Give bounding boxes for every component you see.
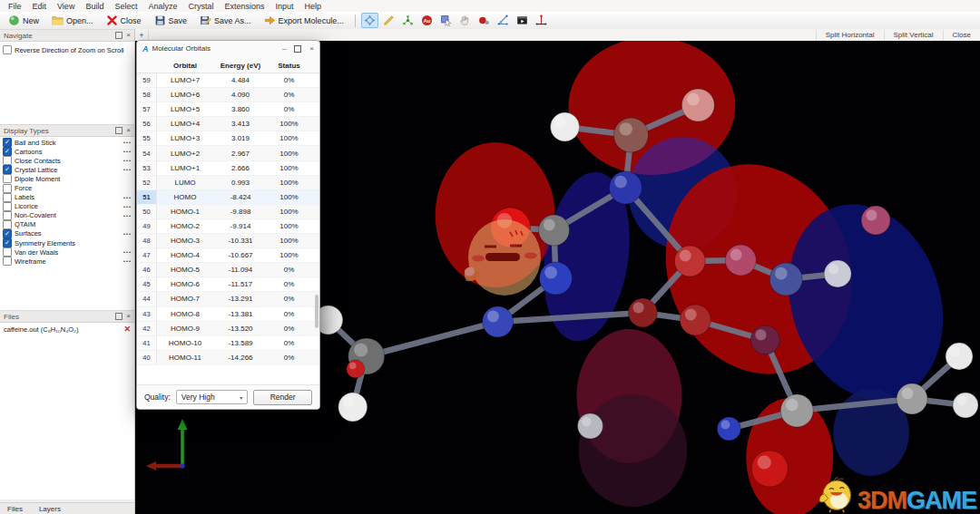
- export-molecule-button[interactable]: Export Molecule...: [258, 13, 350, 28]
- animation-tool-button[interactable]: [514, 13, 531, 28]
- checkbox[interactable]: [3, 202, 12, 211]
- undock-icon[interactable]: [115, 32, 122, 39]
- scrollbar-thumb[interactable]: [315, 295, 318, 329]
- orbital-row[interactable]: 52LUMO0.993100%: [137, 176, 319, 190]
- orbital-row[interactable]: 47HOMO-4-10.667100%: [137, 248, 319, 263]
- checkbox[interactable]: [3, 184, 12, 193]
- options-dots-icon[interactable]: •••: [123, 249, 132, 255]
- display-type-wireframe[interactable]: Wireframe•••: [0, 257, 134, 266]
- menu-build[interactable]: Build: [80, 2, 109, 11]
- checkbox[interactable]: [3, 220, 12, 229]
- orbital-row[interactable]: 50HOMO-1-9.898100%: [137, 205, 319, 219]
- dialog-title-bar[interactable]: A Molecular Orbitals – ×: [137, 41, 319, 56]
- remove-file-icon[interactable]: ✕: [123, 325, 131, 334]
- checkbox[interactable]: ✓: [3, 165, 12, 174]
- display-type-surfaces[interactable]: ✓Surfaces•••: [0, 229, 134, 238]
- menu-help[interactable]: Help: [299, 2, 328, 11]
- orbital-row[interactable]: 43HOMO-8-13.3810%: [137, 307, 319, 322]
- undock-icon[interactable]: [115, 313, 122, 320]
- open-button[interactable]: Open...: [45, 13, 100, 28]
- tab-files[interactable]: Files: [7, 505, 23, 513]
- options-dots-icon[interactable]: •••: [123, 204, 132, 209]
- options-dots-icon[interactable]: •••: [123, 258, 132, 264]
- display-type-qtaim[interactable]: QTAIM: [0, 220, 134, 229]
- manipulate-selection-tool-button[interactable]: [475, 13, 493, 28]
- tab-layers[interactable]: Layers: [39, 505, 61, 513]
- menu-file[interactable]: File: [3, 2, 27, 11]
- orbital-row[interactable]: 59LUMO+74.4840%: [137, 73, 319, 88]
- new-view-tab[interactable]: +: [135, 30, 149, 41]
- menu-view[interactable]: View: [52, 2, 80, 11]
- save-button[interactable]: Save: [148, 13, 194, 28]
- checkbox[interactable]: ✓: [3, 147, 12, 156]
- orbital-row[interactable]: 58LUMO+64.0900%: [137, 88, 319, 102]
- menu-select[interactable]: Select: [109, 2, 142, 11]
- quality-select[interactable]: Very High ▾: [176, 390, 248, 404]
- menu-extensions[interactable]: Extensions: [219, 2, 270, 11]
- options-dots-icon[interactable]: •••: [123, 195, 132, 200]
- checkbox[interactable]: [3, 247, 12, 257]
- split-vertical-button[interactable]: Split Vertical: [884, 30, 943, 41]
- split-horizontal-button[interactable]: Split Horizontal: [816, 30, 884, 41]
- orbital-row[interactable]: 46HOMO-5-11.0940%: [137, 263, 319, 277]
- orbital-row[interactable]: 49HOMO-2-9.914100%: [137, 219, 319, 234]
- orbital-row[interactable]: 48HOMO-3-10.331100%: [137, 234, 319, 248]
- close-view-button[interactable]: Close: [943, 30, 980, 41]
- display-type-force[interactable]: Force: [0, 183, 134, 192]
- render-button[interactable]: Render: [253, 390, 312, 405]
- checkbox[interactable]: [3, 193, 12, 202]
- checkbox[interactable]: ✓: [3, 238, 12, 247]
- maximize-icon[interactable]: [294, 45, 301, 53]
- display-type-labels[interactable]: Labels•••: [0, 193, 134, 202]
- display-type-crystal-lattice[interactable]: ✓Crystal Lattice•••: [0, 165, 134, 174]
- checkbox[interactable]: [3, 174, 12, 183]
- orbital-row[interactable]: 40HOMO-11-14.2660%: [137, 351, 319, 365]
- display-type-symmetry-elements[interactable]: ✓Symmetry Elements: [0, 238, 134, 247]
- orbital-row[interactable]: 42HOMO-9-13.5200%: [137, 322, 319, 336]
- display-type-ball-and-stick[interactable]: ✓Ball and Stick•••: [0, 138, 134, 147]
- close-button[interactable]: Close: [100, 13, 148, 28]
- display-type-van-der-waals[interactable]: Van der Waals•••: [0, 247, 134, 257]
- select-tool-button[interactable]: [437, 13, 455, 28]
- options-dots-icon[interactable]: •••: [123, 167, 132, 172]
- label-tool-button[interactable]: Au: [418, 13, 436, 28]
- orbital-row[interactable]: 55LUMO+33.019100%: [137, 131, 319, 146]
- checkbox[interactable]: [3, 257, 12, 266]
- manipulate-hand-tool-button[interactable]: [456, 13, 474, 28]
- axes-tool-button[interactable]: [533, 13, 550, 28]
- options-dots-icon[interactable]: •••: [123, 140, 132, 145]
- orbital-row[interactable]: 54LUMO+22.967100%: [137, 146, 319, 160]
- checkbox[interactable]: ✓: [3, 138, 12, 147]
- display-type-non-covalent[interactable]: Non-Covalent•••: [0, 211, 134, 220]
- display-type-licorice[interactable]: Licorice•••: [0, 202, 134, 211]
- options-dots-icon[interactable]: •••: [123, 213, 132, 218]
- orbital-row[interactable]: 44HOMO-7-13.2910%: [137, 292, 319, 306]
- options-dots-icon[interactable]: •••: [123, 149, 132, 154]
- options-dots-icon[interactable]: •••: [123, 231, 132, 237]
- menu-input[interactable]: Input: [270, 2, 299, 11]
- file-row[interactable]: caffeine.out (C₈H₁₀N₄O₂) ✕: [4, 325, 131, 334]
- new-button[interactable]: New: [2, 13, 45, 28]
- display-type-dipole-moment[interactable]: Dipole Moment: [0, 174, 134, 183]
- close-panel-icon[interactable]: ×: [126, 32, 131, 39]
- reverse-zoom-checkbox-row[interactable]: Reverse Direction of Zoom on Scroll: [3, 45, 132, 54]
- menu-crystal[interactable]: Crystal: [182, 2, 219, 11]
- display-type-close-contacts[interactable]: Close Contacts•••: [0, 156, 134, 165]
- orbital-row[interactable]: 51HOMO-8.424100%: [137, 190, 319, 205]
- checkbox[interactable]: [3, 156, 12, 165]
- orbital-row[interactable]: 53LUMO+12.666100%: [137, 161, 319, 176]
- close-panel-icon[interactable]: ×: [126, 127, 131, 134]
- checkbox[interactable]: ✓: [3, 229, 12, 238]
- measure-tool-button[interactable]: [495, 13, 512, 28]
- undock-icon[interactable]: [115, 127, 122, 134]
- minimize-icon[interactable]: –: [282, 44, 286, 53]
- reverse-zoom-checkbox[interactable]: [3, 45, 12, 54]
- options-dots-icon[interactable]: •••: [123, 158, 132, 163]
- close-icon[interactable]: ×: [309, 44, 314, 53]
- draw-tool-button[interactable]: [380, 13, 397, 28]
- navigate-tool-button[interactable]: [361, 13, 378, 28]
- save-as-button[interactable]: Save As...: [193, 13, 258, 28]
- close-panel-icon[interactable]: ×: [126, 313, 131, 320]
- menu-analyze[interactable]: Analyze: [142, 2, 182, 11]
- orbital-row[interactable]: 45HOMO-6-11.5170%: [137, 277, 319, 292]
